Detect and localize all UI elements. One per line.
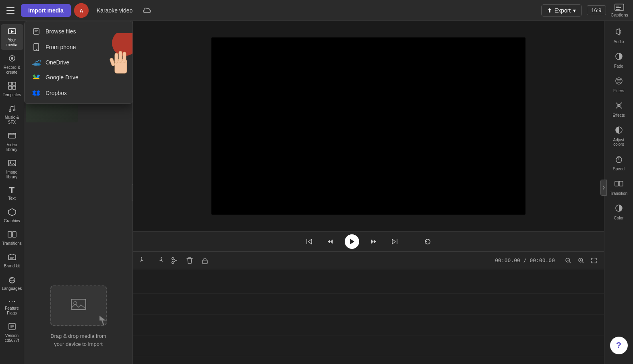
version-icon <box>8 322 17 332</box>
record-icon <box>8 54 17 64</box>
sidebar-item-video-library[interactable]: Video library <box>1 129 23 155</box>
cursor-icon <box>98 315 108 328</box>
sidebar-item-label-record: Record & create <box>2 65 22 75</box>
svg-rect-15 <box>8 133 16 138</box>
dropdown-item-from-phone[interactable]: From phone <box>25 39 132 55</box>
color-tool[interactable]: Color <box>606 201 632 223</box>
sidebar-item-record[interactable]: Record & create <box>1 52 23 77</box>
sidebar-item-brand-kit[interactable]: Brand kit <box>1 250 23 271</box>
fade-icon <box>614 52 623 63</box>
export-button[interactable]: ⬆ Export ▾ <box>541 4 582 17</box>
filters-label: Filters <box>613 89 624 93</box>
speed-icon <box>614 155 623 165</box>
svg-rect-11 <box>8 86 12 89</box>
topbar-right: ⬆ Export ▾ 16:9 Captions <box>541 4 628 17</box>
transition-label: Transition <box>610 191 628 196</box>
svg-point-26 <box>36 49 37 50</box>
svg-text:A: A <box>80 8 83 14</box>
skip-to-start-button[interactable] <box>303 235 316 248</box>
audio-tool[interactable]: Audio <box>606 24 632 47</box>
sidebar-item-text[interactable]: T Text <box>1 184 23 203</box>
speed-tool[interactable]: Speed <box>606 151 632 174</box>
rewind-button[interactable] <box>324 235 337 248</box>
color-label: Color <box>614 216 624 220</box>
sidebar-item-your-media[interactable]: Your media <box>1 24 23 50</box>
tab-karaoke-video[interactable]: Karaoke video <box>92 5 138 16</box>
playback-controls <box>133 231 604 251</box>
zoom-in-button[interactable] <box>576 255 586 266</box>
sidebar-item-languages[interactable]: Languages <box>1 273 23 294</box>
svg-rect-20 <box>12 232 16 237</box>
svg-rect-9 <box>8 82 12 85</box>
cut-button[interactable] <box>168 254 180 267</box>
avatar[interactable]: A <box>74 3 89 18</box>
music-icon <box>8 104 17 114</box>
play-button[interactable] <box>345 234 359 249</box>
sidebar-item-label-languages: Languages <box>2 286 22 291</box>
dropbox-icon <box>32 89 41 97</box>
audio-icon <box>614 27 623 38</box>
drag-drop-box[interactable] <box>50 285 107 326</box>
svg-rect-30 <box>71 299 86 310</box>
sidebar-item-label-music: Music & SFX <box>2 115 22 125</box>
filters-tool[interactable]: Filters <box>606 73 632 96</box>
dropdown-item-browse-files[interactable]: Browse files <box>25 24 132 39</box>
video-preview <box>133 21 604 231</box>
redo-button[interactable] <box>153 254 165 267</box>
adjust-colors-tool[interactable]: Adjust colors <box>606 122 632 150</box>
video-library-icon <box>8 131 17 141</box>
sidebar-item-version[interactable]: Version cd5677f <box>1 320 23 345</box>
templates-icon <box>8 81 17 91</box>
sidebar-item-transitions[interactable]: Transitions <box>1 228 23 248</box>
aspect-ratio-badge: 16:9 <box>587 5 606 15</box>
sidebar-item-label-templates: Templates <box>3 93 21 97</box>
refresh-button[interactable] <box>421 235 434 248</box>
dropdown-item-dropbox[interactable]: Dropbox <box>25 85 132 101</box>
text-icon: T <box>9 186 14 195</box>
undo-button[interactable] <box>138 254 150 267</box>
zoom-out-button[interactable] <box>563 255 573 266</box>
sidebar-item-graphics[interactable]: Graphics <box>1 205 23 226</box>
dropdown-item-google-drive[interactable]: Google Drive <box>25 70 132 85</box>
google-drive-label: Google Drive <box>46 74 79 81</box>
lock-button[interactable] <box>199 254 211 267</box>
topbar: Import media A Karaoke video ⬆ Export ▾ … <box>0 0 633 21</box>
image-library-icon <box>8 159 17 169</box>
fit-timeline-button[interactable] <box>589 255 599 266</box>
sidebar-item-image-library[interactable]: Image library <box>1 156 23 182</box>
import-dropdown-menu: Browse files From phone <box>24 21 133 104</box>
sidebar-item-label-transitions: Transitions <box>2 241 22 246</box>
cloud-save-icon[interactable] <box>141 4 153 17</box>
help-button[interactable]: ? <box>610 337 628 354</box>
sidebar-item-label-video-library: Video library <box>2 143 22 152</box>
color-icon <box>614 204 623 215</box>
hamburger-menu[interactable] <box>5 4 18 17</box>
skip-to-end-button[interactable] <box>388 235 401 248</box>
svg-rect-16 <box>8 160 16 166</box>
captions-tool[interactable]: Captions <box>611 4 628 17</box>
import-media-button[interactable]: Import media <box>21 4 71 17</box>
effects-label: Effects <box>612 113 625 118</box>
svg-point-13 <box>9 110 11 112</box>
transition-tool[interactable]: Transition <box>606 176 632 199</box>
speed-label: Speed <box>613 167 625 171</box>
delete-button[interactable] <box>184 254 196 267</box>
sidebar-item-music-sfx[interactable]: Music & SFX <box>1 101 23 127</box>
sidebar-item-feature-flags[interactable]: ⋯ Feature Flags <box>1 295 23 318</box>
svg-point-28 <box>37 63 41 66</box>
transition-icon <box>614 179 623 190</box>
right-panel-collapse[interactable] <box>600 180 607 196</box>
forward-button[interactable] <box>367 235 380 248</box>
dropdown-item-onedrive[interactable]: OneDrive <box>25 55 132 70</box>
drag-drop-area[interactable]: Drag & drop media from your device to im… <box>24 110 132 364</box>
adjust-colors-icon <box>614 126 623 136</box>
main-area: Your media Record & create Templates <box>0 21 633 364</box>
effects-tool[interactable]: Effects <box>606 98 632 121</box>
fade-tool[interactable]: Fade <box>606 49 632 72</box>
browse-files-label: Browse files <box>46 28 76 35</box>
timecode-display: 00:00.00 / 00:00.00 <box>495 257 555 263</box>
svg-rect-49 <box>619 181 623 186</box>
track-row <box>133 314 604 335</box>
svg-rect-3 <box>616 6 619 6</box>
sidebar-item-templates[interactable]: Templates <box>1 79 23 100</box>
